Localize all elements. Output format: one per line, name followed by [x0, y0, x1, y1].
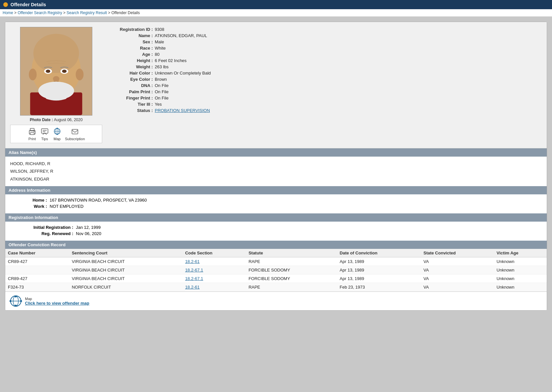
svg-point-9: [46, 70, 50, 73]
table-cell: Unknown: [494, 266, 547, 274]
profile-section: Photo Date : August 06, 2020 Print: [5, 22, 547, 148]
address-header: Address Information: [5, 186, 547, 194]
tips-button[interactable]: Tips: [40, 127, 49, 141]
table-cell: Apr 13, 1989: [337, 266, 421, 274]
info-label: Hair Color :: [109, 71, 155, 76]
code-section-link[interactable]: 18.2-61: [185, 259, 199, 264]
info-row: Sex :Male: [109, 39, 542, 44]
code-section-link[interactable]: 18.2-61: [185, 285, 199, 290]
info-row: Finger Print :On File: [109, 96, 542, 100]
title-bar: Offender Details: [0, 0, 552, 9]
info-column: Registration ID :9308Name :ATKINSON, EDG…: [102, 27, 542, 143]
info-row: Weight :263 lbs: [109, 64, 542, 69]
table-cell: NORFOLK CIRCUIT: [69, 283, 182, 292]
registration-row: Reg. Renewed :Nov 06, 2020: [10, 231, 542, 236]
offender-photo: [20, 27, 92, 116]
svg-point-6: [76, 69, 83, 80]
alias-line: ATKINSON, EDGAR: [10, 175, 542, 183]
table-cell: 18.2-67.1: [182, 274, 246, 283]
registration-header: Registration Information: [5, 213, 547, 222]
table-cell: VIRGINIA BEACH CIRCUIT: [69, 274, 182, 283]
table-cell: [5, 266, 69, 274]
title-text: Offender Details: [11, 2, 46, 7]
info-value: Male: [155, 39, 164, 44]
action-buttons: Print Tips: [10, 125, 102, 143]
info-value: Unknown Or Completely Bald: [155, 71, 211, 76]
info-label: Height :: [109, 58, 155, 63]
info-row: Age :80: [109, 52, 542, 57]
info-value: 6 Feet 02 Inches: [155, 58, 187, 63]
registration-value: Jan 12, 1999: [76, 225, 101, 230]
conviction-header: Offender Conviction Record: [5, 241, 547, 249]
print-button[interactable]: Print: [28, 127, 37, 141]
table-cell: RAPE: [246, 283, 337, 292]
code-section-link[interactable]: 18.2-67.1: [185, 268, 203, 272]
breadcrumb-registry[interactable]: Offender Search Registry: [18, 11, 62, 15]
table-cell: CR89-427: [5, 257, 69, 266]
address-row: Work :NOT EMPLOYED: [10, 204, 542, 209]
table-header: Date of Conviction: [337, 249, 421, 257]
subscription-button[interactable]: Subscription: [65, 127, 85, 141]
table-cell: VA: [421, 274, 494, 283]
photo-svg: [20, 27, 92, 116]
info-label: Age :: [109, 52, 155, 57]
table-cell: FORCIBLE SODOMY: [246, 274, 337, 283]
address-value: NOT EMPLOYED: [50, 204, 83, 209]
svg-point-31: [15, 305, 17, 307]
info-label: Sex :: [109, 39, 155, 44]
svg-point-16: [34, 131, 34, 132]
table-cell: VA: [421, 257, 494, 266]
info-value: On File: [155, 83, 169, 88]
info-value: 80: [155, 52, 159, 57]
table-cell: VA: [421, 266, 494, 274]
info-value: 9308: [155, 27, 164, 32]
svg-point-24: [57, 128, 58, 129]
info-value[interactable]: PROBATION SUPERVISION: [155, 108, 210, 113]
table-header: Case Number: [5, 249, 69, 257]
conviction-body: Case NumberSentencing CourtCode SectionS…: [5, 249, 547, 292]
info-label: Name :: [109, 33, 155, 38]
table-header: Code Section: [182, 249, 246, 257]
info-row: Registration ID :9308: [109, 27, 542, 32]
svg-point-11: [53, 76, 59, 81]
photo-date: Photo Date : August 06, 2020: [30, 118, 83, 122]
svg-rect-14: [30, 128, 34, 131]
subscription-label: Subscription: [65, 137, 85, 141]
registration-value: Nov 06, 2020: [76, 231, 101, 236]
info-label: Finger Print :: [109, 96, 155, 100]
info-value: ATKINSON, EDGAR, PAUL: [155, 33, 207, 38]
svg-rect-26: [72, 129, 78, 134]
address-row: Home :167 BROWNTOWN ROAD, PROSPECT, VA 2…: [10, 198, 542, 203]
map-label: Map: [54, 137, 60, 141]
svg-rect-17: [41, 129, 48, 133]
info-label: Weight :: [109, 64, 155, 69]
table-cell: Apr 13, 1989: [337, 274, 421, 283]
map-icon: [53, 127, 62, 136]
svg-point-5: [29, 69, 37, 80]
map-footer-text: Map Click here to view offender map: [25, 297, 89, 306]
info-label: DNA :: [109, 83, 155, 88]
print-icon: [28, 127, 37, 136]
breadcrumb-home[interactable]: Home: [3, 11, 13, 15]
address-label: Work :: [10, 204, 50, 209]
main-card: Photo Date : August 06, 2020 Print: [5, 22, 547, 311]
info-value: On File: [155, 96, 169, 100]
table-cell: CR89-427: [5, 274, 69, 283]
code-section-link[interactable]: 18.2-67.1: [185, 276, 203, 281]
breadcrumb-search-result[interactable]: Search Registry Result: [67, 11, 107, 15]
view-map-link[interactable]: Click here to view offender map: [25, 301, 89, 306]
table-row: CR89-427VIRGINIA BEACH CIRCUIT18.2-61RAP…: [5, 257, 547, 266]
table-row: VIRGINIA BEACH CIRCUIT18.2-67.1FORCIBLE …: [5, 266, 547, 274]
info-value: 263 lbs: [155, 64, 169, 69]
subscription-icon: [70, 127, 80, 136]
alias-body: HOOD, RICHARD, RWILSON, JEFFREY, RATKINS…: [5, 157, 547, 186]
table-row: CR89-427VIRGINIA BEACH CIRCUIT18.2-67.1F…: [5, 274, 547, 283]
table-row: F324-73NORFOLK CIRCUIT18.2-61RAPEFeb 23,…: [5, 283, 547, 292]
table-cell: VIRGINIA BEACH CIRCUIT: [69, 266, 182, 274]
table-header: Victim Age: [494, 249, 547, 257]
info-row: DNA :On File: [109, 83, 542, 88]
info-label: Race :: [109, 46, 155, 51]
breadcrumb-current: Offender Details: [111, 11, 140, 15]
map-button[interactable]: Map: [53, 127, 62, 141]
alias-header: Alias Name(s): [5, 148, 547, 157]
